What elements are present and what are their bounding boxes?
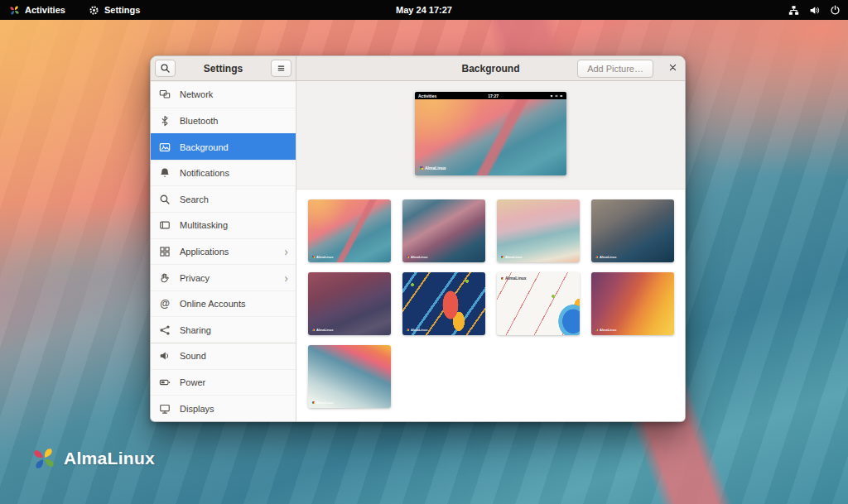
thumbnail-brand: AlmaLinux xyxy=(407,255,427,259)
sidebar-item[interactable]: Sharing xyxy=(151,316,296,343)
displays-icon xyxy=(158,402,171,415)
wallpaper-sunset[interactable]: AlmaLinux xyxy=(591,272,674,335)
add-picture-button[interactable]: Add Picture… xyxy=(577,60,653,78)
wallpaper-waves-pastel[interactable]: AlmaLinux xyxy=(497,199,580,262)
almalinux-logo-icon xyxy=(595,329,598,331)
almalinux-logo-icon xyxy=(407,256,409,258)
search-button[interactable] xyxy=(155,60,176,77)
multitasking-icon xyxy=(158,218,171,232)
activities-label: Activities xyxy=(25,5,65,15)
wallpaper-waves-dusk[interactable]: AlmaLinux xyxy=(402,199,485,262)
menu-icon xyxy=(276,63,287,74)
settings-window: Settings Background Add Picture… Network xyxy=(150,55,686,422)
current-background-section: Activities 17:27 AlmaLinux xyxy=(296,81,685,190)
almalinux-branding: AlmaLinux xyxy=(31,446,155,471)
volume-icon[interactable] xyxy=(809,5,820,16)
almalinux-logo-icon xyxy=(501,256,504,258)
sidebar-item[interactable]: Multitasking xyxy=(151,212,296,238)
system-status-area[interactable] xyxy=(788,5,841,16)
panel-title: Background xyxy=(461,63,519,74)
sidebar-item-label: Multitasking xyxy=(180,220,288,230)
sidebar-item-label: Notifications xyxy=(180,168,288,178)
preview-status-area xyxy=(550,94,563,98)
almalinux-logo-icon xyxy=(31,446,56,471)
sidebar-item-label: Online Accounts xyxy=(180,299,288,309)
sidebar-item-label: Search xyxy=(180,194,288,204)
wallpaper-grid: AlmaLinux AlmaLinux AlmaLinux AlmaLinux … xyxy=(296,190,685,421)
background-icon xyxy=(158,141,171,154)
applications-icon xyxy=(158,245,171,258)
sidebar-item-label: Sharing xyxy=(180,325,288,335)
window-body: Network Bluetooth Background Notificatio… xyxy=(151,81,685,421)
system-topbar: Activities Settings May 24 17:27 xyxy=(0,0,848,20)
preview-brand: AlmaLinux xyxy=(420,166,446,170)
wifi-icon xyxy=(550,94,553,98)
almalinux-logo-icon xyxy=(501,277,504,280)
sidebar-item-label: Power xyxy=(180,377,288,387)
bluetooth-icon xyxy=(158,114,171,127)
wallpaper-waves-day[interactable]: AlmaLinux xyxy=(308,199,391,262)
search-icon xyxy=(158,193,171,206)
almalinux-logo-icon xyxy=(312,401,315,404)
clock-button[interactable]: May 24 17:27 xyxy=(396,5,452,15)
preview-activities-label: Activities xyxy=(418,94,436,98)
network-icon xyxy=(158,88,171,101)
power-icon[interactable] xyxy=(830,5,841,16)
headerbar-sidebar-section: Settings xyxy=(151,56,296,80)
app-menu-label: Settings xyxy=(104,5,140,15)
sidebar-item[interactable]: Privacy › xyxy=(151,264,296,290)
sidebar-item[interactable]: Displays xyxy=(151,395,296,421)
close-button[interactable] xyxy=(668,62,677,74)
sound-icon xyxy=(158,349,171,362)
wallpaper-waves-night[interactable]: AlmaLinux xyxy=(591,199,674,262)
sidebar-item[interactable]: @ Online Accounts xyxy=(151,290,296,317)
sidebar-item[interactable]: Sound xyxy=(151,343,296,369)
sharing-icon xyxy=(158,324,171,337)
activities-button[interactable]: Activities xyxy=(7,3,68,17)
battery-icon xyxy=(560,94,563,98)
sidebar-item[interactable]: Bluetooth xyxy=(151,108,296,134)
sidebar-item[interactable]: Applications › xyxy=(151,238,296,265)
sidebar-item[interactable]: Network xyxy=(151,81,296,108)
almalinux-logo-icon xyxy=(420,166,423,170)
online-accounts-icon: @ xyxy=(158,297,171,310)
sidebar-item[interactable]: Notifications xyxy=(151,160,296,186)
wallpaper-waves-light[interactable]: AlmaLinux xyxy=(308,345,391,408)
almalinux-logo-icon xyxy=(9,5,20,16)
sidebar-item[interactable]: Background xyxy=(151,133,296,160)
privacy-icon xyxy=(158,271,171,285)
thumbnail-brand: AlmaLinux xyxy=(595,328,616,332)
thumbnail-brand: AlmaLinux xyxy=(501,255,522,259)
thumbnail-brand: AlmaLinux xyxy=(595,255,616,259)
wallpaper-mountains-dusk[interactable]: AlmaLinux xyxy=(308,272,391,335)
search-icon xyxy=(160,63,171,74)
wallpaper-paint-light[interactable]: AlmaLinux xyxy=(497,272,580,335)
close-icon xyxy=(668,62,677,74)
sidebar-item-label: Bluetooth xyxy=(180,116,288,126)
almalinux-logo-icon xyxy=(407,329,409,331)
app-menu-button[interactable]: Settings xyxy=(86,3,142,17)
almalinux-logo-icon xyxy=(595,256,598,258)
notifications-icon xyxy=(158,166,171,180)
thumbnail-brand: AlmaLinux xyxy=(407,328,427,332)
desktop: Activities Settings May 24 17:27 AlmaLin… xyxy=(0,0,848,504)
preview-topbar: Activities 17:27 xyxy=(415,92,566,99)
thumbnail-brand: AlmaLinux xyxy=(501,276,527,281)
power-battery-icon xyxy=(158,376,171,389)
primary-menu-button[interactable] xyxy=(271,60,292,77)
headerbar-panel-section: Background Add Picture… xyxy=(296,56,685,80)
network-tree-icon[interactable] xyxy=(788,5,799,16)
sidebar-item[interactable]: Power xyxy=(151,369,296,396)
sidebar-item[interactable]: Search xyxy=(151,185,296,212)
thumbnail-brand: AlmaLinux xyxy=(312,328,333,332)
almalinux-logo-icon xyxy=(312,329,315,331)
wallpaper-paint-dark[interactable]: AlmaLinux xyxy=(402,272,485,335)
sidebar-item-label: Background xyxy=(180,142,288,152)
gear-icon xyxy=(89,5,99,16)
background-panel: Activities 17:27 AlmaLinux xyxy=(296,81,685,421)
headerbar: Settings Background Add Picture… xyxy=(151,56,685,81)
almalinux-wordmark: AlmaLinux xyxy=(64,449,155,468)
sidebar-item-label: Sound xyxy=(180,351,288,361)
chevron-right-icon: › xyxy=(284,246,288,257)
thumbnail-brand: AlmaLinux xyxy=(312,255,333,259)
